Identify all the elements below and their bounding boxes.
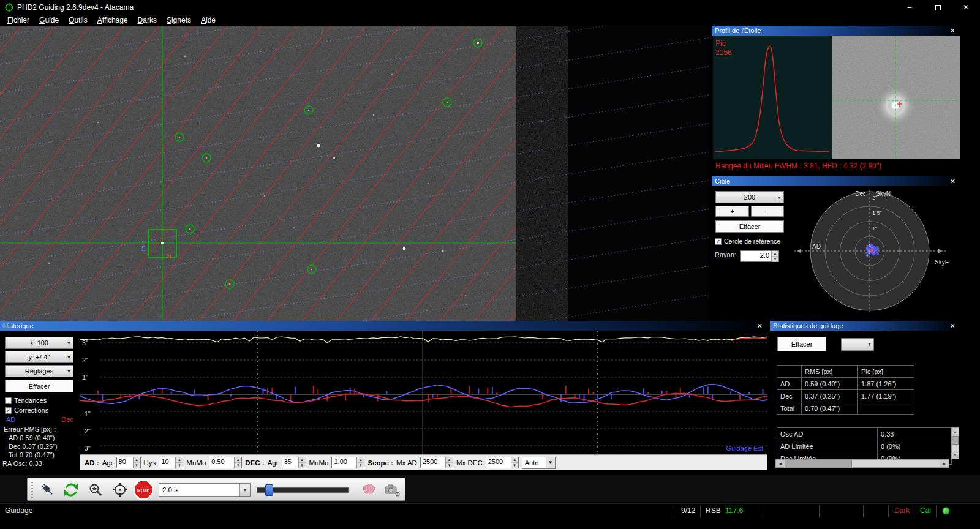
- camera-view[interactable]: EN: [0, 26, 709, 321]
- settings-label-mx-dec: Mx DEC: [456, 459, 483, 467]
- corrections-checkbox[interactable]: Corrections: [5, 407, 48, 414]
- status-dark-indicator: Dark: [894, 506, 910, 515]
- title-bar: PHD2 Guiding 2.6.9dev4 - Atacama – ✕: [0, 0, 980, 15]
- phd2-window: PHD2 Guiding 2.6.9dev4 - Atacama – ✕ Fic…: [0, 0, 980, 529]
- rms-total-value: Tot 0.70 (0.47"): [9, 451, 55, 459]
- slider-thumb[interactable]: [265, 484, 273, 496]
- exposure-select[interactable]: 2.0 s ▼: [159, 483, 251, 497]
- history-ra-legend: AD: [6, 416, 15, 423]
- target-title-text: Cible: [715, 178, 730, 185]
- settings-label-agr: Agr: [268, 459, 279, 467]
- peak-label: Pic: [715, 39, 726, 48]
- ra-aggression-spinner[interactable]: 80▲▼: [116, 457, 141, 468]
- target-panel-title: Cible ✕: [712, 176, 960, 186]
- target-plot: Dec SkyN AD SkyE 2" 1.5" 1": [790, 187, 958, 320]
- dec-minmove-spinner[interactable]: 1.00▲▼: [331, 457, 364, 468]
- star-profile-title-text: Profil de l'Étoile: [715, 27, 761, 34]
- menu-item-darks[interactable]: Darks: [133, 15, 162, 26]
- history-clear-button[interactable]: Effacer: [5, 380, 74, 392]
- loop-icon: [63, 482, 79, 498]
- menu-item-fichier[interactable]: Fichier: [2, 15, 34, 26]
- target-ring-label-1: 1": [872, 225, 877, 231]
- ra-osc-value: RA Osc: 0.33: [2, 460, 42, 467]
- guide-star: [161, 242, 164, 244]
- trendlines-checkbox-box: [5, 397, 12, 404]
- menu-item-affichage[interactable]: Affichage: [92, 15, 133, 26]
- settings-label-dec: DEC :: [245, 459, 264, 467]
- y-tick-2: 2": [82, 356, 88, 364]
- target-icon: [113, 482, 127, 497]
- toolbar-grip[interactable]: [31, 482, 33, 498]
- trendlines-checkbox[interactable]: Tendances: [5, 397, 47, 404]
- stats-clear-button[interactable]: Effacer: [777, 337, 826, 351]
- radius-spinner[interactable]: 2.0▲▼: [740, 249, 779, 262]
- camera-gear-icon: ⚙: [384, 482, 400, 498]
- stats-scale-select[interactable]: ▼: [841, 338, 874, 351]
- radius-label: Rayon:: [715, 251, 736, 258]
- max-dec-duration-spinner[interactable]: 2500▲▼: [486, 457, 519, 468]
- settings-label-agr: Agr: [102, 459, 113, 467]
- star-profile-close-icon[interactable]: ✕: [948, 26, 957, 36]
- max-ra-duration-spinner[interactable]: 2500▲▼: [420, 457, 453, 468]
- minimize-button[interactable]: –: [895, 0, 924, 15]
- reference-circle-checkbox-box: [715, 238, 722, 245]
- settings-label-ad: AD :: [85, 459, 99, 467]
- history-settings-select[interactable]: Réglages▼: [5, 365, 74, 377]
- star-profile-panel-title: Profil de l'Étoile ✕: [712, 26, 960, 36]
- stop-button[interactable]: STOP: [133, 480, 154, 500]
- brain-icon: [360, 482, 377, 497]
- history-x-scale-select[interactable]: x: 100▼: [5, 337, 74, 349]
- rms-dec-value: Dec 0.37 (0.25"): [9, 443, 58, 450]
- stats-close-icon[interactable]: ✕: [948, 321, 957, 331]
- y-tick-m1: -1": [82, 410, 91, 418]
- stretch-slider[interactable]: [257, 482, 349, 498]
- settings-label-mnmo: MnMo: [309, 459, 329, 467]
- history-y-scale-select[interactable]: y: +/-4"▼: [5, 351, 74, 363]
- plug-icon: [40, 482, 55, 497]
- reference-circle-checkbox[interactable]: Cercle de référence: [715, 238, 780, 245]
- stats-panel-title: Statistiques de guidage ✕: [770, 321, 960, 331]
- magnifier-star-icon: [88, 482, 103, 497]
- brain-button[interactable]: [358, 480, 379, 500]
- guide-button[interactable]: [110, 480, 130, 500]
- dec-guide-mode-select[interactable]: Auto▼: [522, 457, 556, 469]
- target-zoom-in-button[interactable]: +: [715, 206, 749, 217]
- star-profile-panel: Profil de l'Étoile ✕ Pic 2156 Rangée du …: [712, 26, 960, 173]
- target-axis-label-skyn: SkyN: [876, 190, 891, 197]
- close-button[interactable]: ✕: [952, 0, 980, 15]
- target-close-icon[interactable]: ✕: [948, 176, 957, 186]
- stats-vertical-scrollbar[interactable]: ▲▼: [951, 427, 959, 459]
- camera-settings-button[interactable]: ⚙: [382, 480, 402, 500]
- connect-equipment-button[interactable]: [37, 480, 58, 500]
- direction-label-north: N: [167, 253, 171, 260]
- history-close-icon[interactable]: ✕: [755, 321, 764, 331]
- ra-minmove-spinner[interactable]: 0.50▲▼: [209, 457, 242, 468]
- target-zoom-select[interactable]: 200▼: [715, 191, 784, 203]
- stats-horizontal-scrollbar[interactable]: ◄►: [775, 459, 949, 468]
- loop-exposures-button[interactable]: [61, 480, 81, 500]
- auto-select-star-button[interactable]: [85, 480, 106, 500]
- settings-label-mnmo: MnMo: [186, 459, 206, 467]
- y-tick-m2: -2": [82, 427, 91, 435]
- menu-item-aide[interactable]: Aide: [196, 15, 221, 26]
- target-clear-button[interactable]: Effacer: [715, 220, 784, 233]
- maximize-icon: [935, 5, 941, 10]
- window-title: PHD2 Guiding 2.6.9dev4 - Atacama: [17, 3, 134, 12]
- history-x-scale-value: x: 100: [30, 339, 48, 347]
- ra-hysteresis-spinner[interactable]: 10▲▼: [159, 457, 183, 468]
- menu-item-guide[interactable]: Guide: [34, 15, 64, 26]
- status-cal-indicator: Cal: [920, 506, 931, 515]
- target-zoom-out-button[interactable]: -: [751, 206, 784, 217]
- fwhm-readout: Rangée du Milieu FWHM : 3.81, HFD : 4.32…: [715, 162, 881, 170]
- menu-item-signets[interactable]: Signets: [162, 15, 196, 26]
- y-tick-3: 3": [82, 339, 88, 347]
- reference-circle-label: Cercle de référence: [724, 238, 780, 245]
- target-ring-label-2: 2": [872, 195, 877, 201]
- menu-bar: FichierGuideOutilsAffichageDarksSignetsA…: [0, 15, 980, 26]
- stop-icon: STOP: [134, 480, 153, 500]
- maximize-button[interactable]: [924, 0, 952, 15]
- dec-aggression-spinner[interactable]: 35▲▼: [282, 457, 306, 468]
- status-connected-dot: [942, 507, 950, 515]
- history-settings-value: Réglages: [25, 367, 53, 375]
- menu-item-outils[interactable]: Outils: [64, 15, 92, 26]
